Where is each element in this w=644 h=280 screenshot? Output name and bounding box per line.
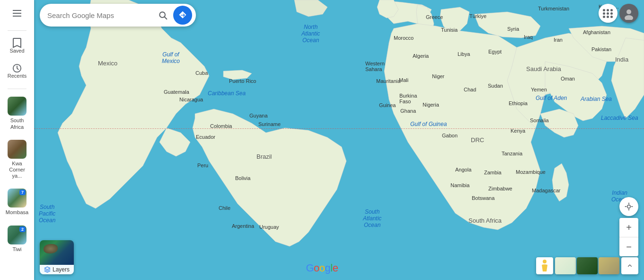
profile-avatar[interactable] bbox=[619, 4, 638, 23]
zoom-out-button[interactable]: − bbox=[619, 237, 638, 256]
search-button[interactable] bbox=[154, 7, 171, 24]
mombasa-thumbnail: 7 bbox=[8, 189, 26, 208]
svg-rect-1 bbox=[13, 13, 21, 14]
svg-rect-0 bbox=[13, 10, 21, 11]
bookmark-icon bbox=[12, 38, 22, 48]
south-africa-thumbnail bbox=[8, 97, 26, 116]
layers-label: Layers bbox=[53, 266, 70, 273]
sidebar-item-mombasa[interactable]: 7 Mombasa bbox=[2, 185, 32, 219]
map-satellite-button[interactable] bbox=[577, 257, 598, 274]
menu-button[interactable] bbox=[8, 4, 26, 23]
bottom-right-controls bbox=[536, 257, 638, 274]
map-default-button[interactable] bbox=[555, 257, 576, 274]
zoom-in-button[interactable]: + bbox=[619, 218, 638, 237]
sidebar-item-south-africa[interactable]: SouthAfrica bbox=[2, 93, 32, 134]
svg-line-5 bbox=[165, 17, 167, 19]
map-terrain-button[interactable] bbox=[599, 257, 619, 274]
google-logo: Google bbox=[306, 262, 338, 274]
layers-footer: Layers bbox=[40, 265, 74, 274]
searchbar bbox=[40, 4, 196, 27]
equator-line bbox=[34, 128, 644, 129]
sidebar-item-saved[interactable]: Saved bbox=[2, 35, 32, 58]
apps-grid-icon bbox=[603, 9, 613, 18]
svg-point-14 bbox=[543, 260, 547, 263]
svg-point-9 bbox=[627, 205, 631, 208]
map[interactable]: NorthAtlanticOcean SouthAtlanticOcean So… bbox=[34, 0, 644, 280]
saved-label: Saved bbox=[9, 48, 24, 54]
layers-button[interactable]: Layers bbox=[40, 240, 74, 274]
svg-point-7 bbox=[625, 15, 633, 20]
sidebar-item-kwa-corner[interactable]: KwaCorner ya... bbox=[2, 136, 32, 183]
kwa-corner-thumbnail bbox=[8, 140, 26, 159]
zoom-controls: + − bbox=[619, 218, 638, 256]
pegman-button[interactable] bbox=[536, 257, 553, 274]
recents-label: Recents bbox=[8, 73, 26, 79]
mombasa-label: Mombasa bbox=[6, 209, 28, 216]
sidebar: Saved Recents SouthAfrica KwaCorner ya..… bbox=[0, 0, 34, 280]
tiwi-thumbnail: 2 bbox=[8, 226, 26, 244]
expand-button[interactable] bbox=[621, 257, 638, 274]
sidebar-item-tiwi[interactable]: 2 Tiwi bbox=[2, 222, 32, 256]
history-icon bbox=[12, 63, 22, 73]
sidebar-item-recents[interactable]: Recents bbox=[2, 60, 32, 83]
tiwi-label: Tiwi bbox=[12, 246, 21, 253]
south-africa-label: SouthAfrica bbox=[10, 117, 24, 130]
search-input[interactable] bbox=[47, 11, 154, 19]
sidebar-divider-2 bbox=[8, 89, 26, 89]
layers-icon bbox=[44, 266, 51, 273]
layers-thumbnail bbox=[40, 240, 74, 265]
sidebar-divider-1 bbox=[8, 30, 26, 31]
kwa-corner-label: KwaCorner ya... bbox=[4, 161, 30, 180]
map-type-buttons bbox=[555, 257, 619, 274]
svg-point-6 bbox=[626, 9, 631, 14]
directions-button[interactable] bbox=[173, 6, 192, 25]
locate-button[interactable] bbox=[619, 197, 638, 216]
apps-button[interactable] bbox=[599, 4, 618, 23]
svg-rect-2 bbox=[13, 16, 21, 17]
map-controls: + − bbox=[619, 197, 638, 256]
